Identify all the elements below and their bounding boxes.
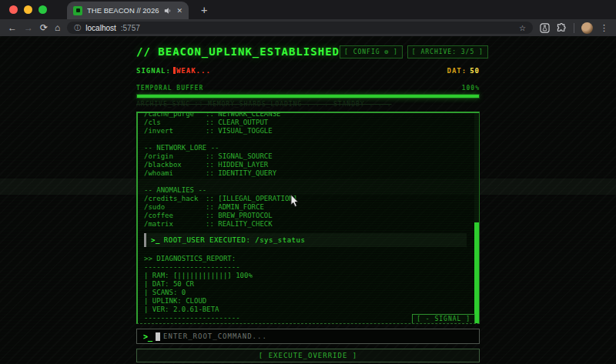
minimize-window-button[interactable] bbox=[24, 5, 32, 14]
signal-value: WEAK... bbox=[176, 67, 211, 75]
bookmark-star-icon[interactable]: ☆ bbox=[519, 24, 526, 32]
site-favicon-icon bbox=[73, 6, 82, 15]
diagnostics-line: | DAT: 50 CR bbox=[144, 280, 467, 289]
terminal-command-line: /cls:: CLEAR_OUTPUT bbox=[144, 119, 467, 127]
address-bar[interactable]: ⓘ localhost :5757 ☆ bbox=[67, 22, 533, 34]
terminal-command-line: /sudo:: ADMIN_FORCE bbox=[144, 203, 467, 212]
temporal-buffer-label: TEMPORAL BUFFER bbox=[136, 85, 203, 92]
terminal-command-line: /invert:: VISUAL_TOGGLE bbox=[144, 127, 467, 135]
terminal-section-header: -- NETWORK_LORE -- bbox=[144, 144, 467, 152]
signal-label: SIGNAL: bbox=[136, 67, 171, 75]
diagnostics-line: | UPLINK: CLOUD bbox=[144, 297, 467, 306]
beacon-page: // BEACON_UPLINK_ESTABLISHED [ CONFIG ⚙ … bbox=[0, 36, 616, 364]
diagnostics-line: ----------------------- bbox=[144, 263, 467, 272]
executed-command-line: >_ROOT_USER EXECUTED: /sys_status bbox=[144, 233, 467, 247]
input-placeholder: ENTER_ROOT_COMMAND... bbox=[163, 332, 267, 340]
signal-badge: [ - SIGNAL ] bbox=[412, 314, 475, 324]
dat-value: 50 bbox=[470, 67, 480, 75]
terminal-blank-line bbox=[144, 178, 467, 186]
home-icon[interactable]: ⌂ bbox=[55, 23, 60, 32]
site-info-icon[interactable]: ⓘ bbox=[74, 23, 81, 33]
reload-icon[interactable]: ⟳ bbox=[40, 23, 48, 32]
browser-tab-strip: THE BEACON // 2026 ✕ + bbox=[0, 0, 616, 19]
temporal-buffer-fill bbox=[137, 95, 479, 98]
executed-text: ROOT_USER EXECUTED: /sys_status bbox=[164, 236, 305, 244]
terminal-command-line: /credits_hack:: [ILLEGAL_OPERATION] bbox=[144, 195, 467, 203]
extensions-icon[interactable] bbox=[557, 23, 567, 33]
temporal-buffer-bar bbox=[136, 94, 480, 99]
dat-label: DAT: bbox=[447, 67, 467, 75]
browser-tab[interactable]: THE BEACON // 2026 ✕ bbox=[67, 2, 189, 19]
diagnostics-line: | VER: 2.0.61-BETA bbox=[144, 306, 467, 314]
url-host: localhost bbox=[85, 24, 116, 32]
profile-avatar[interactable] bbox=[581, 22, 593, 34]
forward-icon[interactable]: → bbox=[24, 23, 33, 32]
terminal-command-line: /blackbox:: HIDDEN_LAYER bbox=[144, 161, 467, 169]
url-port: :5757 bbox=[121, 24, 140, 32]
command-input[interactable]: >_ ENTER_ROOT_COMMAND... bbox=[136, 329, 480, 344]
tab-audio-icon[interactable] bbox=[164, 7, 172, 15]
tab-title: THE BEACON // 2026 bbox=[87, 6, 159, 15]
page-title: // BEACON_UPLINK_ESTABLISHED bbox=[136, 45, 340, 58]
close-window-button[interactable] bbox=[9, 5, 18, 14]
browser-toolbar: ← → ⟳ ⌂ ⓘ localhost :5757 ☆ ⋮ bbox=[0, 19, 616, 36]
terminal-command-line: /cache_purge:: NETWORK_CLEANSE bbox=[144, 112, 467, 119]
new-tab-button[interactable]: + bbox=[201, 4, 207, 19]
back-icon[interactable]: ← bbox=[8, 23, 17, 32]
diagnostics-line: | SCANS: 0 bbox=[144, 289, 467, 297]
command-help-list: /cache_purge:: NETWORK_CLEANSE/cls:: CLE… bbox=[144, 112, 467, 229]
terminal-command-line: /whoami:: IDENTITY_QUERY bbox=[144, 169, 467, 178]
terminal-command-line: /matrix:: REALITY_CHECK bbox=[144, 220, 467, 229]
diagnostics-line: >> DIAGNOSTICS_REPORT: bbox=[144, 255, 467, 263]
terminal-scrollbar-thumb[interactable] bbox=[474, 222, 479, 323]
text-caret bbox=[156, 332, 160, 341]
terminal-output[interactable]: /cache_purge:: NETWORK_CLEANSE/cls:: CLE… bbox=[136, 112, 480, 324]
signal-status: SIGNAL:WEAK... bbox=[136, 67, 211, 75]
zoom-window-button[interactable] bbox=[38, 5, 47, 14]
config-button[interactable]: [ CONFIG ⚙ ] bbox=[340, 45, 403, 58]
diagnostics-report: >> DIAGNOSTICS_REPORT:------------------… bbox=[144, 255, 467, 322]
execute-override-button[interactable]: [ EXECUTE_OVERRIDE ] bbox=[136, 349, 480, 362]
terminal-command-line: /origin:: SIGNAL_SOURCE bbox=[144, 152, 467, 161]
executed-prompt: >_ bbox=[151, 236, 160, 244]
input-prompt: >_ bbox=[143, 332, 152, 341]
dat-counter: DAT:50 bbox=[447, 67, 480, 75]
signal-glitch-caret bbox=[173, 67, 176, 74]
terminal-command-line: /coffee:: BREW_PROTOCOL bbox=[144, 212, 467, 220]
temporal-buffer-percent: 100% bbox=[462, 85, 480, 92]
terminal-blank-line bbox=[144, 135, 467, 144]
browser-menu-icon[interactable]: ⋮ bbox=[600, 23, 608, 33]
terminal-section-header: -- ANOMALIES -- bbox=[144, 186, 467, 195]
archive-button[interactable]: [ ARCHIVE: 3/5 ] bbox=[407, 45, 488, 58]
diagnostics-line: | RAM: [||||||||||||] 100% bbox=[144, 272, 467, 280]
window-controls bbox=[0, 0, 56, 19]
labs-icon[interactable] bbox=[540, 23, 550, 33]
tab-close-icon[interactable]: ✕ bbox=[176, 7, 182, 15]
terminal-scrollbar[interactable] bbox=[474, 113, 479, 323]
toolbar-divider bbox=[574, 23, 574, 33]
archive-ticker: ARCHIVE_SYNC :: MEMORY_SHARDS_LOADING . … bbox=[136, 101, 480, 109]
